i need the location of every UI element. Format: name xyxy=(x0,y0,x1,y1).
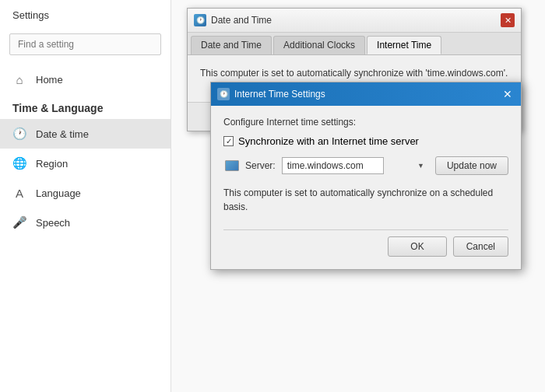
microphone-icon: 🎤 xyxy=(12,215,26,229)
inet-sync-checkbox[interactable]: ✓ xyxy=(223,136,234,146)
settings-title: Settings xyxy=(0,0,171,27)
inet-titlebar: 🕐 Internet Time Settings ✕ xyxy=(211,82,521,106)
datetime-title-text: Date and Time xyxy=(211,15,272,26)
inet-checkbox-row: ✓ Synchronize with an Internet time serv… xyxy=(223,135,508,147)
search-input[interactable] xyxy=(9,33,161,55)
home-icon: ⌂ xyxy=(12,72,26,86)
sidebar-item-label: Language xyxy=(36,187,81,199)
inet-server-row: Server: time.windows.com time.nist.gov p… xyxy=(225,156,508,175)
inet-title-text: Internet Time Settings xyxy=(234,89,325,100)
settings-sidebar: Settings ⌂ Home Time & Language 🕐 Date &… xyxy=(0,0,171,392)
datetime-title-left: 🕐 Date and Time xyxy=(194,14,272,26)
section-title: Time & Language xyxy=(0,94,171,119)
globe-icon: 🌐 xyxy=(12,156,26,170)
sidebar-item-label: Home xyxy=(36,74,63,86)
tab-date-time[interactable]: Date and Time xyxy=(191,36,272,54)
inet-close-button[interactable]: ✕ xyxy=(501,87,515,101)
sidebar-item-label: Date & time xyxy=(36,128,89,140)
language-icon: A xyxy=(12,186,26,200)
datetime-tabs: Date and Time Additional Clocks Internet… xyxy=(188,33,521,55)
sidebar-item-speech[interactable]: 🎤 Speech xyxy=(0,208,171,237)
inet-ok-button[interactable]: OK xyxy=(388,236,446,257)
inet-config-label: Configure Internet time settings: xyxy=(223,117,508,128)
inet-checkbox-label: Synchronize with an Internet time server xyxy=(238,135,419,147)
tab-internet-time[interactable]: Internet Time xyxy=(367,36,441,54)
sidebar-item-home[interactable]: ⌂ Home xyxy=(0,65,171,94)
sidebar-item-region[interactable]: 🌐 Region xyxy=(0,149,171,178)
inet-cancel-button[interactable]: Cancel xyxy=(453,236,508,257)
settings-title-text: Settings xyxy=(12,9,49,21)
inet-sync-text: This computer is set to automatically sy… xyxy=(223,186,508,214)
tab-additional-clocks[interactable]: Additional Clocks xyxy=(273,36,365,54)
datetime-title-icon: 🕐 xyxy=(194,14,206,26)
datetime-titlebar: 🕐 Date and Time ✕ xyxy=(188,9,521,33)
sidebar-item-date-time[interactable]: 🕐 Date & time xyxy=(0,119,171,149)
sidebar-item-language[interactable]: A Language xyxy=(0,178,171,208)
datetime-close-button[interactable]: ✕ xyxy=(501,13,515,27)
settings-content: 🕐 Date and Time ✕ Date and Time Addition… xyxy=(171,0,545,392)
inet-title-left: 🕐 Internet Time Settings xyxy=(217,88,325,100)
internet-time-dialog: 🕐 Internet Time Settings ✕ Configure Int… xyxy=(210,82,522,270)
server-icon xyxy=(225,160,239,171)
inet-title-icon: 🕐 xyxy=(217,88,230,100)
inet-body: Configure Internet time settings: ✓ Sync… xyxy=(211,106,521,269)
inet-server-select-wrap: time.windows.com time.nist.gov pool.ntp.… xyxy=(282,157,429,174)
inet-server-select[interactable]: time.windows.com time.nist.gov pool.ntp.… xyxy=(282,157,384,174)
inet-footer: OK Cancel xyxy=(223,229,508,257)
inet-update-now-button[interactable]: Update now xyxy=(435,156,508,175)
sidebar-item-label: Region xyxy=(36,158,68,170)
inet-server-label: Server: xyxy=(245,160,276,171)
sidebar-item-label: Speech xyxy=(36,217,70,229)
clock-icon: 🕐 xyxy=(12,127,26,141)
